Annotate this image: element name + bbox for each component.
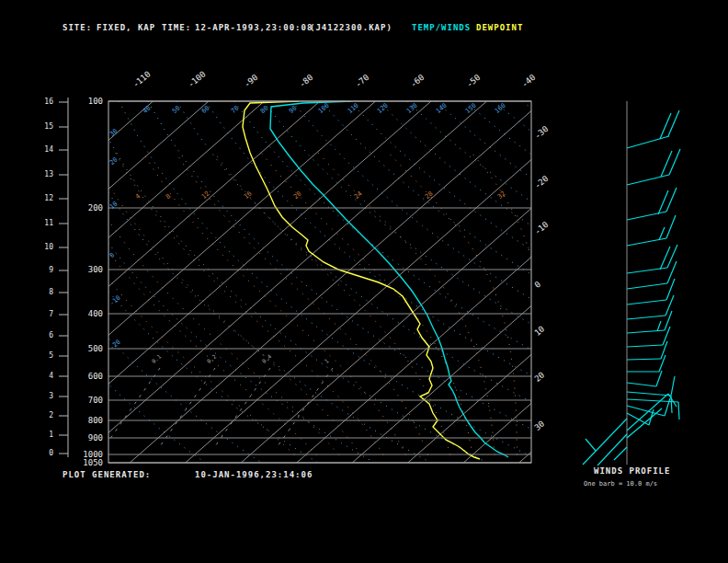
pressure-label: 300 [77,266,103,274]
pressure-label: 700 [77,396,103,405]
height-label: 6 [40,332,53,339]
height-label: 9 [40,267,53,274]
height-label: 1 [40,431,53,439]
height-label: 2 [40,412,53,419]
height-label: 13 [40,171,53,178]
height-label: 10 [40,244,53,251]
pressure-label: 500 [77,345,103,353]
pressure-label: 200 [77,204,103,213]
height-label: 11 [40,220,53,227]
height-label: 8 [40,289,53,296]
height-label: 14 [40,146,53,154]
height-label: 15 [40,123,53,131]
height-label: 7 [40,311,53,318]
height-label: 3 [40,393,53,400]
pressure-label: 1050 [77,459,103,467]
height-label: 0 [40,450,53,457]
height-label: 12 [40,195,53,202]
skewt-screen: SITE: FIXED, KAP TIME: 12-APR-1993,23:00… [0,0,728,563]
pressure-label: 800 [77,417,103,425]
height-label: 5 [40,352,53,360]
pressure-label: 600 [77,373,103,381]
height-label: 4 [40,373,53,380]
pressure-label: 100 [77,98,103,106]
pressure-label: 400 [77,310,103,318]
height-label: 16 [40,98,53,106]
pressure-label: 900 [77,434,103,442]
